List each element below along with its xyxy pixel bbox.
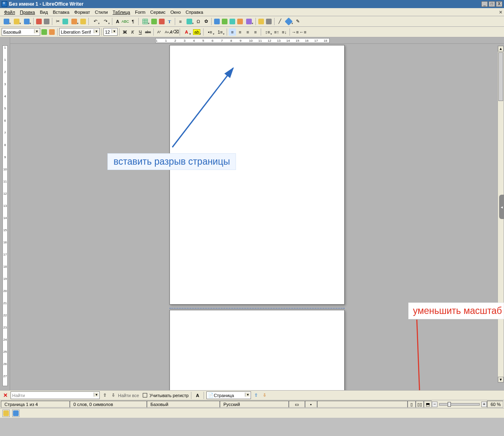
insert-footnote-button[interactable]	[221, 18, 228, 25]
menu-table[interactable]: Таблица	[110, 9, 133, 15]
close-document-button[interactable]: ×	[499, 9, 502, 15]
menu-form[interactable]: Form	[133, 9, 148, 15]
find-settings-button[interactable]: A	[194, 392, 201, 399]
vertical-ruler[interactable]: 1123456789101112131415161718192021222324…	[0, 37, 10, 390]
view-book-button[interactable]: ⬒	[424, 401, 432, 408]
status-selection-mode[interactable]: ▪	[305, 401, 317, 408]
menu-tools[interactable]: Сервис	[148, 9, 168, 15]
copy-button[interactable]	[62, 18, 69, 25]
decrease-indent-button[interactable]: ←≡	[299, 28, 307, 36]
close-button[interactable]: X	[496, 1, 502, 7]
find-next-button[interactable]: ⇩	[109, 392, 117, 399]
new-document-button[interactable]	[2, 18, 11, 25]
italic-button[interactable]: К	[129, 28, 136, 36]
new-style-button[interactable]	[48, 28, 56, 36]
scrollbar-thumb[interactable]	[498, 52, 503, 101]
spellcheck-button[interactable]: ABC	[122, 18, 129, 25]
number-list-button[interactable]: 1≡	[215, 28, 225, 36]
scroll-down-button[interactable]: ▼	[498, 377, 504, 382]
cut-button[interactable]: ✂	[54, 18, 61, 25]
align-left-button[interactable]: ≡	[229, 28, 236, 36]
menu-file[interactable]: Файл	[2, 9, 17, 15]
insert-endnote-button[interactable]	[229, 18, 236, 25]
minimize-button[interactable]: _	[481, 1, 488, 7]
line-button[interactable]: ╱	[276, 18, 283, 25]
sidebar-toggle[interactable]: ◂	[499, 195, 504, 219]
horizontal-ruler[interactable]: 1123456789101112131415161718	[10, 37, 504, 44]
navigate-by-dropdown[interactable]: 📄 Страница	[206, 391, 251, 399]
increase-indent-button[interactable]: →≡	[292, 28, 299, 36]
zoom-slider[interactable]	[439, 403, 480, 406]
insert-chart-button[interactable]	[158, 18, 165, 25]
taskbar-folder-icon[interactable]	[2, 410, 10, 417]
decrease-spacing-button[interactable]: ≡↓	[281, 28, 288, 36]
menu-format[interactable]: Формат	[72, 9, 92, 15]
align-right-button[interactable]: ≡	[244, 28, 251, 36]
menu-help[interactable]: Справка	[183, 9, 206, 15]
view-single-page-button[interactable]: ▯	[407, 401, 416, 408]
menu-window[interactable]: Окно	[168, 9, 183, 15]
increase-spacing-button[interactable]: ≡↑	[273, 28, 280, 36]
find-replace-button[interactable]: A	[114, 18, 121, 25]
undo-button[interactable]: ↶	[90, 18, 100, 25]
zoom-in-button[interactable]: +	[481, 402, 487, 407]
align-center-button[interactable]: ≡	[236, 28, 244, 36]
insert-symbol-button[interactable]: ✿	[202, 18, 210, 25]
font-size-dropdown[interactable]: 12	[103, 28, 118, 36]
underline-button[interactable]: Ч	[137, 28, 144, 36]
find-all-button[interactable]: Найти все	[118, 393, 139, 398]
superscript-button[interactable]: A²	[155, 28, 163, 36]
find-prev-button[interactable]: ⇧	[101, 392, 108, 399]
scroll-up-button[interactable]: ▲	[498, 46, 504, 52]
status-word-count[interactable]: 0 слов, 0 символов	[70, 401, 147, 408]
menu-view[interactable]: Вид	[37, 9, 50, 15]
insert-special-char-button[interactable]: Ω	[195, 18, 202, 25]
menu-styles[interactable]: Стили	[92, 9, 110, 15]
export-pdf-button[interactable]	[35, 18, 43, 25]
paragraph-style-dropdown[interactable]: Базовый	[2, 28, 40, 36]
insert-table-button[interactable]	[140, 18, 150, 25]
view-multi-page-button[interactable]: ▯▯	[416, 401, 424, 408]
font-name-dropdown[interactable]: Liberation Serif	[59, 28, 100, 36]
clone-formatting-button[interactable]	[79, 18, 87, 25]
redo-button[interactable]: ↷	[101, 18, 110, 25]
insert-image-button[interactable]	[150, 18, 158, 25]
insert-field-button[interactable]	[184, 18, 194, 25]
print-button[interactable]	[43, 18, 50, 25]
insert-cross-ref-button[interactable]	[244, 18, 254, 25]
taskbar-writer-icon[interactable]	[12, 410, 19, 417]
maximize-button[interactable]: □	[489, 1, 495, 7]
insert-bookmark-button[interactable]	[236, 18, 244, 25]
status-language[interactable]: Русский	[220, 401, 289, 408]
formatting-marks-button[interactable]: ¶	[129, 18, 137, 25]
bullet-list-button[interactable]: •≡	[205, 28, 215, 36]
status-page-style[interactable]: Базовый	[147, 401, 220, 408]
zoom-percent[interactable]: 60 %	[487, 401, 503, 408]
track-changes-button[interactable]	[265, 18, 272, 25]
insert-hyperlink-button[interactable]	[213, 18, 221, 25]
font-color-button[interactable]: A	[182, 28, 191, 36]
align-justify-button[interactable]: ≡	[252, 28, 259, 36]
highlight-color-button[interactable]: ab	[192, 28, 202, 36]
strikethrough-button[interactable]: abc	[144, 28, 152, 36]
update-style-button[interactable]	[41, 28, 48, 36]
menu-insert[interactable]: Вставка	[50, 9, 72, 15]
close-findbar-button[interactable]: ✕	[2, 392, 9, 398]
save-button[interactable]	[22, 18, 32, 25]
insert-page-break-button[interactable]: ≡	[177, 18, 184, 25]
insert-textbox-button[interactable]: T	[166, 18, 173, 25]
nav-prev-button[interactable]: ⇧	[252, 392, 260, 399]
open-button[interactable]	[12, 18, 21, 25]
bold-button[interactable]: Ж	[121, 28, 129, 36]
line-spacing-button[interactable]: ↕≡	[263, 28, 272, 36]
find-input[interactable]: Найти	[11, 391, 100, 399]
status-insert-mode[interactable]: ▭	[289, 401, 305, 408]
page-2[interactable]	[169, 310, 345, 390]
insert-comment-button[interactable]	[257, 18, 265, 25]
zoom-slider-knob[interactable]	[448, 402, 451, 407]
menu-edit[interactable]: Правка	[17, 9, 37, 15]
nav-next-button[interactable]: ⇩	[261, 392, 268, 399]
zoom-out-button[interactable]: −	[432, 402, 438, 407]
basic-shapes-button[interactable]	[284, 18, 294, 25]
paste-button[interactable]	[69, 18, 79, 25]
